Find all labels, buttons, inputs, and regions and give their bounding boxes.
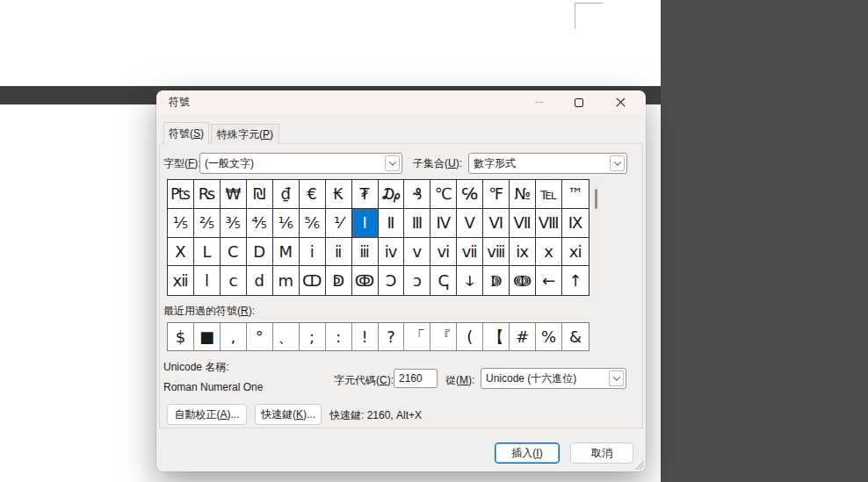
symbol-cell[interactable]: ℅ <box>457 180 483 209</box>
symbol-cell[interactable]: Ⅿ <box>273 238 300 267</box>
char-code-input[interactable]: 2160 <box>394 369 438 388</box>
recent-symbol-cell[interactable]: # <box>510 323 536 350</box>
symbol-cell[interactable]: ₭ <box>326 180 352 209</box>
recent-symbol-cell[interactable]: , <box>221 323 247 350</box>
symbol-cell[interactable]: ↇ <box>483 266 510 295</box>
recent-symbol-cell[interactable]: ! <box>352 323 379 350</box>
symbol-cell[interactable]: Ⅵ <box>483 209 510 238</box>
resize-grip[interactable] <box>632 457 644 470</box>
symbol-cell[interactable]: ⅗ <box>221 209 247 238</box>
symbol-cell[interactable]: ₯ <box>379 180 405 209</box>
autocorrect-button[interactable]: 自動校正(A)... <box>167 404 247 425</box>
symbol-grid-scrollbar[interactable] <box>592 179 601 296</box>
recent-symbol-cell[interactable]: % <box>536 323 562 350</box>
symbol-cell[interactable]: ™ <box>562 180 589 209</box>
symbol-cell[interactable]: Ⅼ <box>194 238 221 267</box>
symbol-cell[interactable]: ₪ <box>247 180 273 209</box>
recent-symbol-cell[interactable]: ° <box>247 323 273 350</box>
symbol-cell[interactable]: ⅽ <box>221 266 247 295</box>
symbol-cell[interactable]: ↁ <box>326 266 352 295</box>
symbol-cell[interactable]: Ⅷ <box>536 209 562 238</box>
symbol-cell[interactable]: ₩ <box>221 180 247 209</box>
symbol-cell[interactable]: ⅿ <box>273 266 300 295</box>
symbol-cell[interactable]: Ⅽ <box>221 238 247 267</box>
symbol-cell[interactable]: ⅹ <box>536 238 562 267</box>
symbol-cell[interactable]: ↅ <box>430 266 457 295</box>
recent-symbol-cell[interactable]: 「 <box>404 323 430 350</box>
symbol-cell[interactable]: Ⅸ <box>562 209 589 238</box>
recent-symbols-row: $■,°、;:!?「『(【#%& <box>167 322 590 351</box>
symbol-cell[interactable]: Ⅲ <box>404 209 430 238</box>
symbol-cell[interactable]: ⅵ <box>430 238 457 267</box>
symbol-cell[interactable]: ⅴ <box>404 238 430 267</box>
symbol-cell[interactable]: Ⅾ <box>247 238 273 267</box>
symbol-cell[interactable]: ₧ <box>168 180 194 209</box>
symbol-cell[interactable]: ₨ <box>194 180 221 209</box>
symbol-cell[interactable]: Ⅴ <box>457 209 483 238</box>
symbol-cell[interactable]: ⅶ <box>457 238 483 267</box>
dialog-titlebar[interactable]: 符號 <box>156 90 646 114</box>
font-select-dropdown[interactable] <box>385 155 400 171</box>
symbol-cell[interactable]: ⅙ <box>273 209 300 238</box>
symbol-cell[interactable]: ↑ <box>562 266 589 295</box>
recent-symbol-cell[interactable]: & <box>562 323 589 350</box>
symbol-cell[interactable]: € <box>300 180 326 209</box>
symbol-cell[interactable]: ⅖ <box>194 209 221 238</box>
symbol-cell[interactable]: Ⅶ <box>510 209 536 238</box>
symbol-cell[interactable]: ⅾ <box>247 266 273 295</box>
symbol-cell[interactable]: Ⅹ <box>168 238 194 267</box>
symbol-cell[interactable]: ↄ <box>404 266 430 295</box>
close-button[interactable] <box>603 90 638 114</box>
symbol-cell[interactable]: ↈ <box>510 266 536 295</box>
symbol-cell[interactable]: ⅰ <box>300 238 326 267</box>
recent-symbol-cell[interactable]: ■ <box>194 323 221 350</box>
recent-symbol-cell[interactable]: 『 <box>430 323 457 350</box>
symbol-cell[interactable]: ⅸ <box>510 238 536 267</box>
symbol-cell[interactable]: ⅼ <box>194 266 221 295</box>
recent-symbol-cell[interactable]: $ <box>168 323 194 350</box>
symbol-cell[interactable]: ℡ <box>536 180 562 209</box>
symbol-cell[interactable]: № <box>510 180 536 209</box>
symbol-cell[interactable]: ₮ <box>352 180 379 209</box>
from-select[interactable]: Unicode (十六進位) <box>481 368 626 389</box>
symbol-cell[interactable]: ⅕ <box>168 209 194 238</box>
recent-symbol-cell[interactable]: 【 <box>483 323 510 350</box>
cancel-button[interactable]: 取消 <box>570 442 633 464</box>
from-select-dropdown[interactable] <box>609 370 624 386</box>
symbol-cell[interactable]: ⅲ <box>352 238 379 267</box>
symbol-cell[interactable]: ← <box>536 266 562 295</box>
symbol-cell[interactable]: ⅱ <box>326 238 352 267</box>
symbol-cell[interactable]: Ⅰ <box>352 209 379 238</box>
symbol-cell[interactable]: ⅳ <box>379 238 405 267</box>
subset-select-dropdown[interactable] <box>610 155 625 171</box>
recent-symbol-cell[interactable]: ; <box>300 323 326 350</box>
insert-button[interactable]: 插入(I) <box>495 442 560 464</box>
scrollbar-thumb[interactable] <box>595 189 597 209</box>
font-select[interactable]: (一般文字) <box>199 153 402 174</box>
symbol-cell[interactable]: ↂ <box>352 266 379 295</box>
symbol-cell[interactable]: ⅺ <box>562 238 589 267</box>
symbol-cell[interactable]: ↀ <box>300 266 326 295</box>
symbol-cell[interactable]: ℉ <box>483 180 510 209</box>
symbol-cell[interactable]: ⅷ <box>483 238 510 267</box>
recent-symbol-cell[interactable]: ? <box>379 323 405 350</box>
shortcut-key-button[interactable]: 快速鍵(K)... <box>255 404 322 425</box>
recent-symbol-cell[interactable]: 、 <box>273 323 300 350</box>
symbol-cell[interactable]: ₰ <box>404 180 430 209</box>
recent-symbol-cell[interactable]: : <box>326 323 352 350</box>
symbol-cell[interactable]: ₫ <box>273 180 300 209</box>
symbol-cell[interactable]: ⅟ <box>326 209 352 238</box>
symbol-cell[interactable]: Ⅳ <box>430 209 457 238</box>
symbol-cell[interactable]: Ⅱ <box>379 209 405 238</box>
symbol-cell[interactable]: ⅚ <box>300 209 326 238</box>
symbol-cell[interactable]: ℃ <box>430 180 457 209</box>
recent-symbol-cell[interactable]: ( <box>457 323 483 350</box>
tab-symbols[interactable]: 符號(S) <box>163 122 209 144</box>
maximize-button[interactable] <box>561 90 597 114</box>
subset-select[interactable]: 數字形式 <box>468 153 627 174</box>
symbol-cell[interactable]: ↆ <box>457 266 483 295</box>
symbol-cell[interactable]: ⅻ <box>168 266 194 295</box>
tab-special-characters[interactable]: 特殊字元(P) <box>211 124 279 144</box>
symbol-cell[interactable]: Ↄ <box>379 266 405 295</box>
symbol-cell[interactable]: ⅘ <box>247 209 273 238</box>
